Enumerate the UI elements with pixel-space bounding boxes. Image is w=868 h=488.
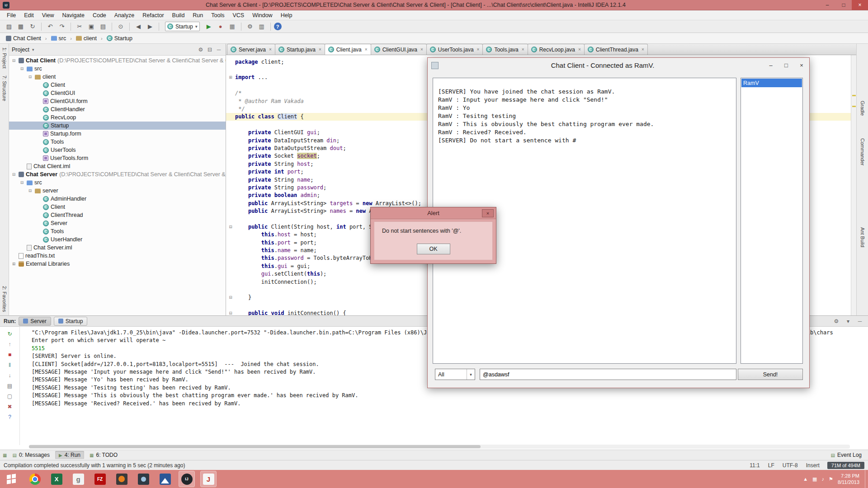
tool-strip-button[interactable]: Ant Build	[860, 224, 865, 251]
project-structure-icon[interactable]: ▥	[256, 22, 267, 32]
fold-marker[interactable]: ⊟	[226, 225, 235, 229]
help-icon[interactable]: ?	[274, 23, 282, 30]
warning-mark[interactable]	[852, 95, 856, 96]
tab-close-icon[interactable]: ×	[521, 47, 524, 52]
tray-volume-icon[interactable]: ♪	[822, 476, 825, 482]
media-player-icon[interactable]	[114, 471, 129, 487]
tab-clientgui-java[interactable]: CClientGUI.java×	[371, 44, 427, 55]
copy-icon[interactable]: ▣	[86, 22, 97, 32]
breadcrumb-item[interactable]: src	[50, 35, 68, 42]
cut-icon[interactable]: ✂	[74, 22, 85, 32]
tree-item-clienthandler[interactable]: CClientHandler	[9, 105, 226, 113]
redo-icon[interactable]: ↷	[57, 22, 67, 32]
fold-marker[interactable]: ⊟	[226, 311, 235, 315]
tab-tools-java[interactable]: CTools.java×	[482, 44, 528, 55]
project-tree[interactable]: ⊟Chat Client (D:\PROJECTS\COMPLETED\Chat…	[9, 56, 226, 315]
chat-message-input[interactable]	[480, 369, 736, 380]
tree-item-startup[interactable]: CStartup	[9, 122, 226, 130]
tray-app-icon[interactable]: ▦	[812, 476, 817, 482]
collapse-icon[interactable]: ⊟	[19, 180, 25, 185]
menu-help[interactable]: Help	[277, 11, 297, 19]
menu-refactor[interactable]: Refactor	[138, 11, 168, 19]
memory-indicator[interactable]: 71M of 494M	[827, 462, 864, 469]
scroll-to-end-icon[interactable]: ↓	[6, 372, 14, 379]
breadcrumb-item[interactable]: client	[75, 35, 98, 42]
coverage-icon[interactable]: ▦	[227, 22, 238, 32]
tree-item-tools[interactable]: CTools	[9, 138, 226, 146]
run-tab-server[interactable]: Server	[19, 317, 51, 326]
menu-tools[interactable]: Tools	[207, 11, 228, 19]
tab-close-icon[interactable]: ×	[577, 47, 581, 52]
project-panel-title[interactable]: Project	[12, 47, 29, 53]
camera-icon[interactable]	[136, 471, 151, 487]
chrome-icon[interactable]	[27, 471, 42, 487]
tree-item-server[interactable]: CServer	[9, 219, 226, 227]
chat-window-titlebar[interactable]: Chat Client - Connected as RamV. – □ ×	[428, 58, 809, 73]
rerun-icon[interactable]: ↻	[6, 330, 14, 338]
chat-target-select[interactable]: All ▾	[435, 369, 475, 380]
scrollbar-thumb[interactable]	[29, 445, 481, 448]
float-mode-icon[interactable]: ▾	[844, 318, 853, 324]
line-ending-indicator[interactable]: LF	[764, 462, 778, 469]
collapse-icon[interactable]: ⊟	[19, 66, 25, 71]
tab-recvloop-java[interactable]: CRecvLoop.java×	[528, 44, 585, 55]
tree-item-client[interactable]: CClient	[9, 203, 226, 211]
g-app-icon[interactable]: g	[71, 471, 86, 487]
collapse-icon[interactable]: ⊟	[11, 58, 17, 63]
java-icon[interactable]: J	[201, 471, 216, 487]
toolwindow-toggle-icon[interactable]: ▦	[3, 453, 7, 458]
menu-analyze[interactable]: Analyze	[110, 11, 138, 19]
alert-ok-button[interactable]: OK	[417, 244, 450, 254]
tray-action-center-icon[interactable]: ⚑	[829, 476, 833, 482]
tree-item-external-libraries[interactable]: ⊞External Libraries	[9, 260, 226, 268]
tool-strip-button[interactable]: Commander	[860, 135, 865, 169]
pause-output-icon[interactable]: ‖	[6, 361, 14, 369]
stop-icon[interactable]: ■	[6, 351, 14, 358]
undo-icon[interactable]: ↶	[45, 22, 56, 32]
tab-close-icon[interactable]: ×	[318, 47, 321, 52]
tree-item-src[interactable]: ⊟src	[9, 178, 226, 187]
alert-titlebar[interactable]: Alert ×	[371, 207, 496, 219]
photo-app-icon[interactable]	[157, 471, 173, 487]
find-icon[interactable]: ⊙	[115, 22, 126, 32]
user-list-item[interactable]: RamV	[741, 79, 802, 87]
run-icon[interactable]: ▶	[203, 22, 214, 32]
print-icon[interactable]: ▤	[6, 382, 14, 389]
tab-close-icon[interactable]: ×	[364, 47, 368, 52]
settings-icon[interactable]: ⚙	[832, 318, 841, 324]
menu-vcs[interactable]: VCS	[228, 11, 248, 19]
tab-close-icon[interactable]: ×	[420, 47, 423, 52]
show-desktop-button[interactable]	[865, 470, 868, 488]
chat-minimize-button[interactable]: –	[763, 58, 778, 73]
help-icon[interactable]: ?	[6, 413, 14, 421]
collapse-all-icon[interactable]: ⊟	[206, 47, 214, 53]
tree-item-clientgui-form[interactable]: ClientGUI.form	[9, 97, 226, 105]
tree-item-recvloop[interactable]: CRecvLoop	[9, 113, 226, 122]
menu-edit[interactable]: Edit	[20, 11, 38, 19]
debug-icon[interactable]: ●	[215, 22, 226, 32]
tab-server-java[interactable]: CServer.java×	[227, 44, 275, 55]
save-all-icon[interactable]: ▦	[15, 22, 26, 32]
chevron-down-icon[interactable]: ▾	[32, 47, 34, 52]
menu-file[interactable]: File	[3, 11, 20, 19]
tree-item-chat-server-iml[interactable]: Chat Server.iml	[9, 244, 226, 252]
tree-item-chat-server[interactable]: ⊟Chat Server (D:\PROJECTS\COMPLETED\Chat…	[9, 170, 226, 178]
close-button[interactable]: ×	[852, 0, 868, 10]
tree-item-clientthread[interactable]: CClientThread	[9, 211, 226, 219]
menu-view[interactable]: View	[38, 11, 58, 19]
tab-startup-java[interactable]: CStartup.java×	[275, 44, 325, 55]
tree-item-adminhandler[interactable]: CAdminHandler	[9, 195, 226, 203]
insert-mode-indicator[interactable]: Insert	[802, 462, 824, 469]
tool-strip-button[interactable]: Gradle	[860, 97, 865, 119]
tree-item-server[interactable]: ⊟server	[9, 187, 226, 195]
fold-marker[interactable]: ⊞	[226, 75, 235, 80]
breadcrumb-item[interactable]: Chat Client	[5, 35, 42, 42]
excel-icon[interactable]: X	[49, 471, 64, 487]
tab-close-icon[interactable]: ×	[476, 47, 480, 52]
expand-icon[interactable]: ⊞	[11, 262, 17, 266]
toolwindow-button-6-todo[interactable]: ▦6: TODO	[86, 451, 121, 459]
tray-expand-icon[interactable]: ▲	[803, 476, 808, 482]
up-stack-trace-icon[interactable]: ↑	[6, 341, 14, 348]
filezilla-icon[interactable]: FZ	[92, 471, 108, 487]
tree-item-client[interactable]: CClient	[9, 81, 226, 89]
